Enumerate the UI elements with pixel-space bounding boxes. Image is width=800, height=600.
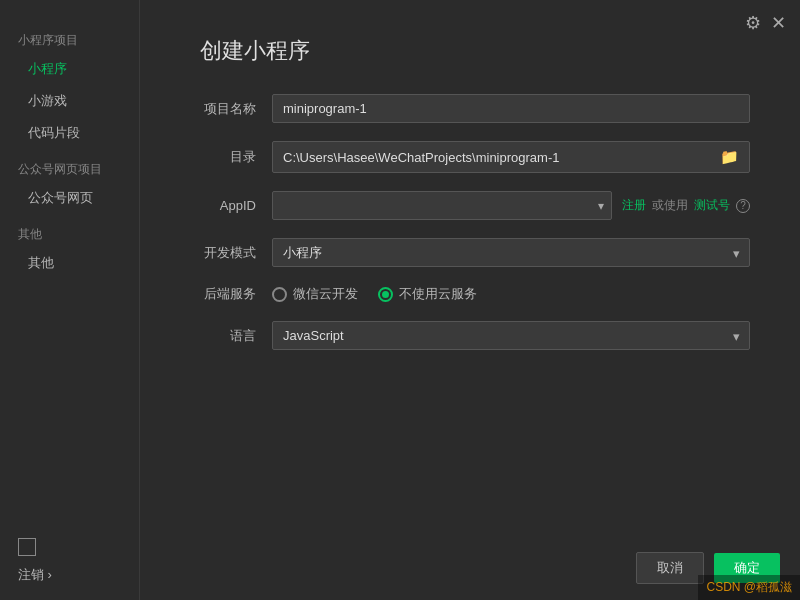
directory-control: 📁: [272, 141, 750, 173]
directory-input[interactable]: [283, 150, 714, 165]
project-name-input[interactable]: [272, 94, 750, 123]
sidebar-item-snippet[interactable]: 代码片段: [0, 117, 139, 149]
appid-select[interactable]: [272, 191, 612, 220]
appid-label: AppID: [200, 198, 272, 213]
appid-links: 注册 或使用 测试号 ?: [622, 197, 750, 214]
lang-select-wrap: JavaScript TypeScript: [272, 321, 750, 350]
project-name-label: 项目名称: [200, 100, 272, 118]
radio-cloud[interactable]: 微信云开发: [272, 285, 358, 303]
appid-row-inner: 注册 或使用 测试号 ?: [272, 191, 750, 220]
dev-mode-label: 开发模式: [200, 244, 272, 262]
project-name-row: 项目名称: [200, 94, 750, 123]
bottom-right-buttons: 取消 确定: [636, 552, 780, 584]
directory-row: 目录 📁: [200, 141, 750, 173]
radio-none-label: 不使用云服务: [399, 285, 477, 303]
appid-control: 注册 或使用 测试号 ?: [272, 191, 750, 220]
appid-register-link[interactable]: 注册: [622, 197, 646, 214]
project-name-control: [272, 94, 750, 123]
page-title: 创建小程序: [200, 36, 750, 66]
close-icon[interactable]: ✕: [771, 12, 786, 34]
sidebar-item-miniprogram[interactable]: 小程序: [0, 53, 139, 85]
backend-row: 后端服务 微信云开发 不使用云服务: [200, 285, 750, 303]
dev-mode-select[interactable]: 小程序 小游戏 代码片段: [272, 238, 750, 267]
radio-row: 微信云开发 不使用云服务: [272, 285, 750, 303]
directory-row-inner: 📁: [272, 141, 750, 173]
dev-mode-row: 开发模式 小程序 小游戏 代码片段: [200, 238, 750, 267]
lang-row: 语言 JavaScript TypeScript: [200, 321, 750, 350]
dev-mode-select-wrap: 小程序 小游戏 代码片段: [272, 238, 750, 267]
sidebar-item-mp-webpage[interactable]: 公众号网页: [0, 182, 139, 214]
sidebar-cancel-btn[interactable]: 注销 ›: [18, 566, 52, 584]
checkbox-area: [18, 538, 36, 556]
folder-icon[interactable]: 📁: [720, 148, 739, 166]
backend-control: 微信云开发 不使用云服务: [272, 285, 750, 303]
sidebar-checkbox[interactable]: [18, 538, 36, 556]
sidebar-section-other: 其他: [0, 218, 139, 247]
top-controls: ⚙ ✕: [745, 12, 786, 34]
lang-label: 语言: [200, 327, 272, 345]
confirm-button[interactable]: 确定: [714, 553, 780, 583]
appid-or-text: 或使用: [652, 197, 688, 214]
create-form: 项目名称 目录 📁 AppID: [200, 94, 750, 350]
lang-control: JavaScript TypeScript: [272, 321, 750, 350]
appid-test-link[interactable]: 测试号: [694, 197, 730, 214]
help-icon[interactable]: ?: [736, 199, 750, 213]
sidebar-item-other[interactable]: 其他: [0, 247, 139, 279]
sidebar-section-mp: 公众号网页项目: [0, 153, 139, 182]
backend-label: 后端服务: [200, 285, 272, 303]
radio-cloud-label: 微信云开发: [293, 285, 358, 303]
appid-row: AppID 注册 或使用 测试号 ?: [200, 191, 750, 220]
main-content: 创建小程序 项目名称 目录 📁: [140, 0, 800, 600]
app-layout: 小程序项目 小程序 小游戏 代码片段 公众号网页项目 公众号网页 其他 其他 注…: [0, 0, 800, 600]
sidebar-bottom: 注销 ›: [0, 538, 140, 584]
sidebar: 小程序项目 小程序 小游戏 代码片段 公众号网页项目 公众号网页 其他 其他 注…: [0, 0, 140, 600]
radio-cloud-circle: [272, 287, 287, 302]
dev-mode-control: 小程序 小游戏 代码片段: [272, 238, 750, 267]
settings-icon[interactable]: ⚙: [745, 12, 761, 34]
lang-select[interactable]: JavaScript TypeScript: [272, 321, 750, 350]
cancel-button[interactable]: 取消: [636, 552, 704, 584]
sidebar-section-miniprogram: 小程序项目: [0, 24, 139, 53]
sidebar-item-minigame[interactable]: 小游戏: [0, 85, 139, 117]
radio-none[interactable]: 不使用云服务: [378, 285, 477, 303]
radio-none-circle: [378, 287, 393, 302]
appid-select-wrap: [272, 191, 612, 220]
directory-label: 目录: [200, 148, 272, 166]
